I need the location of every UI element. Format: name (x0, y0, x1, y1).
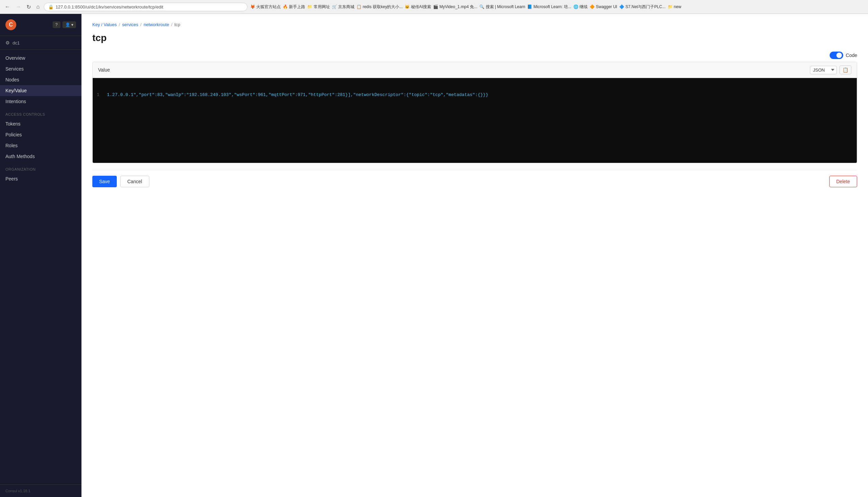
app-layout: C ? 👤 ▾ ⚙ dc1 Overview Services Nodes Ke… (0, 14, 868, 497)
sidebar-item-overview[interactable]: Overview (0, 53, 82, 63)
bookmark-7[interactable]: 🎬 MyVideo_1.mp4 免... (433, 4, 477, 10)
breadcrumb-sep-2: / (140, 22, 142, 27)
access-controls-section-label: Access Controls (0, 107, 82, 118)
bookmark-2[interactable]: 🔥 新手上路 (283, 4, 305, 10)
breadcrumb-sep-1: / (119, 22, 120, 27)
back-button[interactable]: ← (3, 3, 12, 11)
value-header-right: JSON YAML HCL Base64 📋 (810, 66, 851, 74)
code-content-1: 1.27.0.0.1","port":83,"wanIp":"192.168.2… (107, 92, 488, 97)
format-select[interactable]: JSON YAML HCL Base64 (810, 66, 837, 74)
sidebar-item-policies[interactable]: Policies (0, 129, 82, 140)
code-toggle[interactable] (830, 52, 843, 59)
breadcrumb-keyvalues[interactable]: Key / Values (92, 22, 117, 27)
bookmark-6[interactable]: 🐱 秘传AI搜索 (405, 4, 431, 10)
sidebar-item-services[interactable]: Services (0, 63, 82, 74)
url-text: 127.0.0.1:8500/ui/dc1/kv/services/networ… (56, 4, 163, 10)
bookmarks-bar: 🦊 火狐官方站点 🔥 新手上路 📁 常用网址 🛒 京东商城 📋 redis 获取… (250, 4, 865, 10)
action-left: Save Cancel (92, 176, 149, 187)
code-toggle-row: Code (92, 52, 857, 59)
browser-chrome: ← → ↻ ⌂ 🔒 127.0.0.1:8500/ui/dc1/kv/servi… (0, 0, 868, 14)
consul-version: Consul v1.18.1 (5, 489, 30, 493)
user-button[interactable]: 👤 ▾ (62, 22, 76, 28)
sidebar-item-intentions[interactable]: Intentions (0, 96, 82, 107)
bookmark-10[interactable]: 🌐 继续 (573, 4, 588, 10)
bookmark-12[interactable]: 🔷 S7.Net与西门子PLC... (619, 4, 666, 10)
breadcrumb-networkroute[interactable]: networkroute (144, 22, 169, 27)
main-content: Key / Values / services / networkroute /… (82, 14, 868, 195)
browser-toolbar: ← → ↻ ⌂ 🔒 127.0.0.1:8500/ui/dc1/kv/servi… (0, 0, 868, 14)
organization-section-label: Organization (0, 162, 82, 173)
sidebar-item-keyvalue[interactable]: Key/Value (0, 85, 82, 96)
copy-button[interactable]: 📋 (839, 66, 851, 74)
bookmark-13[interactable]: 📁 new (668, 4, 681, 9)
sidebar-nav: Overview Services Nodes Key/Value Intent… (0, 50, 82, 484)
cancel-button[interactable]: Cancel (120, 176, 149, 187)
sidebar-item-roles[interactable]: Roles (0, 140, 82, 151)
code-editor[interactable]: 1 1.27.0.0.1","port":83,"wanIp":"192.168… (93, 78, 857, 163)
save-button[interactable]: Save (92, 176, 117, 187)
bookmark-11[interactable]: 🔶 Swagger UI (590, 4, 617, 9)
sidebar-item-auth-methods[interactable]: Auth Methods (0, 151, 82, 162)
datacenter-label: dc1 (13, 40, 20, 45)
toggle-slider (830, 52, 843, 59)
code-line-1: 1 1.27.0.0.1","port":83,"wanIp":"192.168… (97, 92, 853, 97)
line-number-1: 1 (97, 92, 107, 97)
lock-icon: 🔒 (48, 4, 54, 10)
address-bar[interactable]: 🔒 127.0.0.1:8500/ui/dc1/kv/services/netw… (44, 3, 248, 11)
bookmark-1[interactable]: 🦊 火狐官方站点 (250, 4, 281, 10)
main-content-area: Key / Values / services / networkroute /… (82, 14, 868, 497)
sidebar-item-nodes[interactable]: Nodes (0, 74, 82, 85)
breadcrumb-sep-3: / (171, 22, 172, 27)
bookmark-5[interactable]: 📋 redis 获取key的大小... (356, 4, 403, 10)
sidebar-logo-area: C ? 👤 ▾ (0, 14, 82, 36)
help-button[interactable]: ? (53, 22, 60, 28)
breadcrumb: Key / Values / services / networkroute /… (92, 22, 857, 27)
value-header: Value JSON YAML HCL Base64 📋 (93, 62, 857, 78)
bookmark-3[interactable]: 📁 常用网址 (307, 4, 330, 10)
home-button[interactable]: ⌂ (35, 3, 41, 11)
datacenter-icon: ⚙ (5, 40, 10, 45)
consul-logo: C (5, 19, 16, 30)
sidebar-item-tokens[interactable]: Tokens (0, 118, 82, 129)
breadcrumb-services[interactable]: services (122, 22, 139, 27)
sidebar-footer: Consul v1.18.1 (0, 484, 82, 497)
datacenter-selector[interactable]: ⚙ dc1 (0, 36, 82, 50)
bookmark-4[interactable]: 🛒 京东商城 (332, 4, 354, 10)
value-label: Value (98, 67, 110, 73)
breadcrumb-current: tcp (174, 22, 180, 27)
sidebar-header-buttons: ? 👤 ▾ (53, 22, 76, 28)
page-title: tcp (92, 32, 857, 43)
code-toggle-label: Code (846, 53, 857, 58)
delete-button[interactable]: Delete (829, 176, 857, 187)
action-row: Save Cancel Delete (92, 170, 857, 187)
reload-button[interactable]: ↻ (25, 3, 32, 11)
forward-button[interactable]: → (14, 3, 23, 11)
value-section: Value JSON YAML HCL Base64 📋 1 (92, 62, 857, 163)
sidebar: C ? 👤 ▾ ⚙ dc1 Overview Services Nodes Ke… (0, 14, 82, 497)
bookmark-9[interactable]: 📘 Microsoft Learn: 培... (527, 4, 571, 10)
sidebar-item-peers[interactable]: Peers (0, 173, 82, 184)
bookmark-8[interactable]: 🔍 搜索 | Microsoft Learn (479, 4, 525, 10)
